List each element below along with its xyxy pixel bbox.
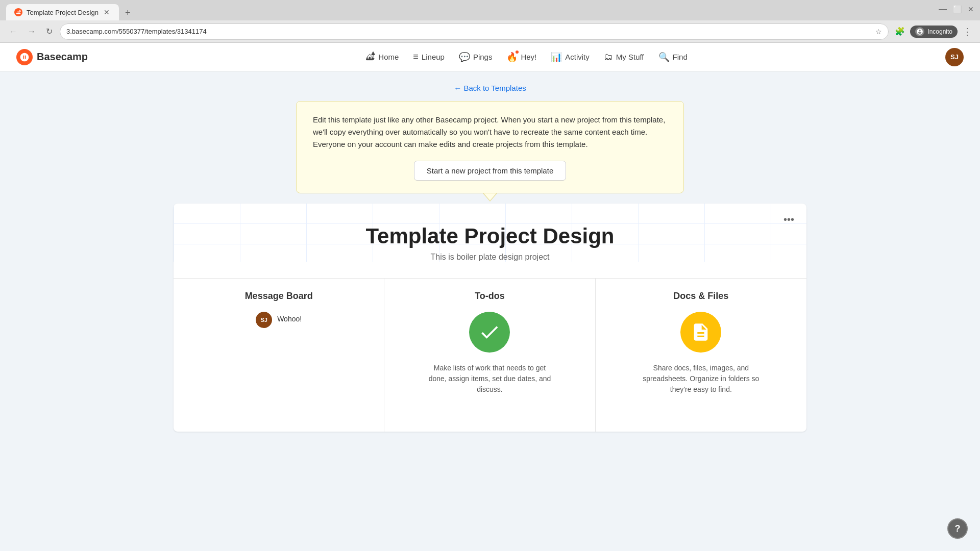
extensions-button[interactable]: 🧩	[893, 24, 907, 38]
nav-mystuff-label: My Stuff	[616, 53, 644, 61]
todos-body: Make lists of work that needs to get don…	[397, 312, 582, 395]
lineup-icon: ≡	[413, 52, 419, 62]
user-avatar[interactable]: SJ	[945, 48, 964, 66]
nav-hey[interactable]: 🔥 Hey!	[500, 48, 543, 66]
feature-cards-row: Message Board SJ Wohoo! To-dos Make list…	[174, 278, 806, 432]
address-bar: ☆	[60, 23, 889, 40]
info-banner-text: Edit this template just like any other B…	[313, 114, 667, 151]
tab-title: Template Project Design	[27, 9, 99, 16]
nav-home[interactable]: 🏕 Home	[360, 48, 405, 65]
svg-marker-1	[484, 193, 496, 201]
docs-description: Share docs, files, images, and spreadshe…	[640, 363, 762, 395]
message-text: Wohoo!	[277, 315, 302, 323]
window-close[interactable]: ✕	[968, 5, 974, 13]
url-input[interactable]	[66, 28, 871, 35]
bookmark-icon[interactable]: ☆	[875, 28, 882, 36]
message-board-body: SJ Wohoo!	[186, 312, 372, 328]
activity-icon: 📊	[551, 52, 562, 63]
main-nav: 🏕 Home ≡ Lineup 💬 Pings 🔥 Hey! 📊 Activit…	[108, 48, 945, 66]
docs-file-icon	[680, 312, 721, 353]
banner-arrow-container	[0, 193, 980, 204]
message-board-card: Message Board SJ Wohoo!	[174, 279, 384, 432]
nav-activity[interactable]: 📊 Activity	[545, 48, 596, 66]
main-content: ← Back to Templates Edit this template j…	[0, 71, 980, 551]
mystuff-icon: 🗂	[604, 52, 613, 62]
browser-tab[interactable]: 🏕 Template Project Design ✕	[6, 4, 119, 20]
todos-card: To-dos Make lists of work that needs to …	[384, 279, 595, 432]
tab-favicon: 🏕	[14, 8, 22, 16]
nav-pings[interactable]: 💬 Pings	[453, 48, 499, 66]
browser-menu-button[interactable]: ⋮	[961, 24, 974, 39]
back-to-templates-link[interactable]: ← Back to Templates	[454, 84, 526, 92]
nav-refresh-button[interactable]: ↻	[43, 24, 56, 38]
project-card: ••• Template Project Design This is boil…	[174, 204, 806, 432]
nav-pings-label: Pings	[473, 53, 493, 61]
help-button[interactable]: ?	[947, 518, 968, 539]
docs-card: Docs & Files Share docs, files, images, …	[596, 279, 806, 432]
nav-home-label: Home	[378, 53, 399, 61]
pings-icon: 💬	[459, 52, 470, 63]
banner-arrow	[483, 193, 497, 202]
incognito-icon	[915, 27, 924, 36]
message-item: SJ Wohoo!	[256, 312, 302, 328]
project-subtitle: This is boiler plate design project	[190, 253, 790, 262]
hey-badge	[514, 49, 520, 55]
project-card-bg: ••• Template Project Design This is boil…	[174, 204, 806, 262]
home-icon: 🏕	[366, 52, 375, 62]
window-minimize[interactable]: —	[939, 5, 947, 14]
message-board-title: Message Board	[186, 291, 372, 302]
new-tab-button[interactable]: +	[121, 6, 135, 20]
find-icon: 🔍	[658, 52, 670, 63]
nav-lineup-label: Lineup	[422, 53, 445, 61]
incognito-label: Incognito	[927, 28, 952, 35]
nav-back-button[interactable]: ←	[6, 25, 20, 38]
hey-icon: 🔥	[506, 52, 518, 63]
message-avatar: SJ	[256, 312, 272, 328]
todos-description: Make lists of work that needs to get don…	[428, 363, 551, 395]
incognito-badge[interactable]: Incognito	[910, 26, 958, 38]
project-more-button[interactable]: •••	[779, 212, 798, 228]
back-label: Back to Templates	[463, 84, 526, 92]
info-banner: Edit this template just like any other B…	[296, 101, 684, 193]
docs-title: Docs & Files	[608, 291, 794, 302]
back-link-row: ← Back to Templates	[0, 71, 980, 101]
nav-find-label: Find	[673, 53, 688, 61]
project-title: Template Project Design	[190, 224, 790, 248]
start-project-button[interactable]: Start a new project from this template	[414, 161, 566, 181]
nav-forward-button[interactable]: →	[24, 25, 39, 38]
back-arrow: ←	[454, 84, 461, 92]
nav-hey-label: Hey!	[521, 53, 536, 61]
app-logo[interactable]: Basecamp	[16, 49, 88, 65]
logo-icon	[16, 49, 33, 65]
app-nav: Basecamp 🏕 Home ≡ Lineup 💬 Pings 🔥 Hey! …	[0, 43, 980, 71]
todo-checkmark-icon	[469, 312, 510, 353]
todos-title: To-dos	[397, 291, 582, 302]
docs-body: Share docs, files, images, and spreadshe…	[608, 312, 794, 395]
nav-mystuff[interactable]: 🗂 My Stuff	[598, 48, 650, 65]
tab-close-button[interactable]: ✕	[103, 8, 111, 16]
nav-activity-label: Activity	[565, 53, 590, 61]
nav-find[interactable]: 🔍 Find	[652, 48, 694, 66]
nav-lineup[interactable]: ≡ Lineup	[407, 48, 451, 65]
logo-text: Basecamp	[37, 51, 88, 63]
window-restore[interactable]: ⬜	[953, 5, 962, 13]
